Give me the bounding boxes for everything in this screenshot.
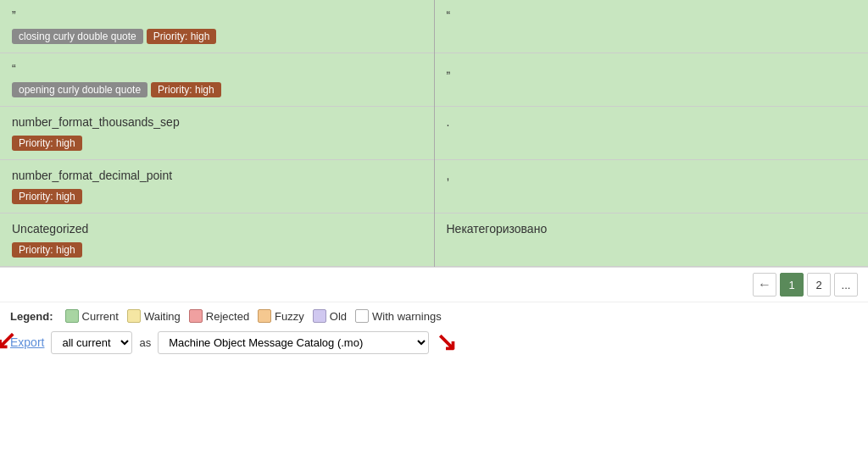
- translation-cell: ,: [434, 160, 868, 213]
- translation-text: „: [447, 62, 857, 75]
- source-cell: ” closing curly double quote Priority: h…: [0, 0, 434, 53]
- legend-rejected-label: Rejected: [206, 310, 249, 323]
- legend-with-warnings-label: With warnings: [372, 310, 442, 323]
- entity-text: “: [12, 62, 422, 75]
- translation-cell: Некатегоризовано: [434, 213, 868, 267]
- translation-cell: „: [434, 53, 868, 107]
- with-warnings-swatch: [355, 309, 369, 323]
- legend-item-old: Old: [313, 309, 347, 323]
- legend-current-label: Current: [82, 310, 119, 323]
- entity-text: number_format_decimal_point: [12, 169, 422, 182]
- old-swatch: [313, 309, 326, 323]
- legend-item-fuzzy: Fuzzy: [258, 309, 304, 323]
- priority-tag: Priority: high: [12, 242, 82, 258]
- fuzzy-swatch: [258, 309, 271, 323]
- priority-tag: Priority: high: [151, 82, 221, 97]
- entity-text: Uncategorized: [12, 222, 422, 236]
- page-1-button[interactable]: 1: [780, 273, 804, 297]
- page-wrapper: ” closing curly double quote Priority: h…: [0, 0, 868, 360]
- translation-cell: .: [434, 107, 868, 160]
- entity-label-tag: opening curly double quote: [12, 82, 147, 97]
- priority-tag: Priority: high: [12, 189, 82, 204]
- entity-label-tag: closing curly double quote: [12, 29, 143, 44]
- export-scope-select[interactable]: all current all reviewed waiting: [51, 331, 132, 354]
- right-arrow-indicator: ↘: [436, 330, 457, 355]
- page-2-button[interactable]: 2: [807, 273, 831, 297]
- translation-text: Некатегоризовано: [447, 222, 857, 236]
- table-row: ” closing curly double quote Priority: h…: [0, 0, 868, 53]
- legend-fuzzy-label: Fuzzy: [275, 310, 304, 323]
- source-cell: number_format_thousands_sep Priority: hi…: [0, 107, 434, 160]
- prev-page-button[interactable]: ←: [753, 273, 776, 297]
- source-cell: Uncategorized Priority: high: [0, 213, 434, 267]
- bottom-bar: Legend: Current Waiting Rejected Fuzzy O…: [0, 302, 868, 360]
- translations-table: ” closing curly double quote Priority: h…: [0, 0, 868, 267]
- translation-cell: “: [434, 0, 868, 53]
- current-swatch: [65, 309, 79, 323]
- legend-title: Legend:: [10, 310, 53, 323]
- entity-text: number_format_thousands_sep: [12, 115, 422, 129]
- waiting-swatch: [127, 309, 141, 323]
- table-row: Uncategorized Priority: high Некатегориз…: [0, 213, 868, 267]
- table-row: number_format_thousands_sep Priority: hi…: [0, 107, 868, 160]
- translation-text: .: [447, 115, 857, 129]
- priority-tag: Priority: high: [12, 136, 82, 151]
- legend-item-with-warnings: With warnings: [355, 309, 442, 323]
- legend-item-waiting: Waiting: [127, 309, 181, 323]
- legend-row: Legend: Current Waiting Rejected Fuzzy O…: [10, 309, 858, 323]
- export-row: ↙ Export all current all reviewed waitin…: [10, 330, 858, 355]
- pagination-bar: ← 1 2 ...: [0, 267, 868, 302]
- translation-text: ,: [447, 169, 857, 182]
- legend-old-label: Old: [330, 310, 347, 323]
- source-cell: “ opening curly double quote Priority: h…: [0, 53, 434, 107]
- translation-text: “: [447, 8, 857, 22]
- as-label: as: [139, 336, 151, 349]
- export-format-select[interactable]: Machine Object Message Catalog (.mo) GNU…: [158, 331, 429, 354]
- source-cell: number_format_decimal_point Priority: hi…: [0, 160, 434, 213]
- table-row: “ opening curly double quote Priority: h…: [0, 53, 868, 107]
- left-arrow-indicator: ↙: [0, 328, 16, 353]
- table-row: number_format_decimal_point Priority: hi…: [0, 160, 868, 213]
- rejected-swatch: [189, 309, 203, 323]
- priority-tag: Priority: high: [147, 29, 217, 44]
- legend-waiting-label: Waiting: [144, 310, 181, 323]
- legend-item-rejected: Rejected: [189, 309, 249, 323]
- legend-item-current: Current: [65, 309, 119, 323]
- page-more-button[interactable]: ...: [834, 273, 858, 297]
- entity-text: ”: [12, 8, 422, 22]
